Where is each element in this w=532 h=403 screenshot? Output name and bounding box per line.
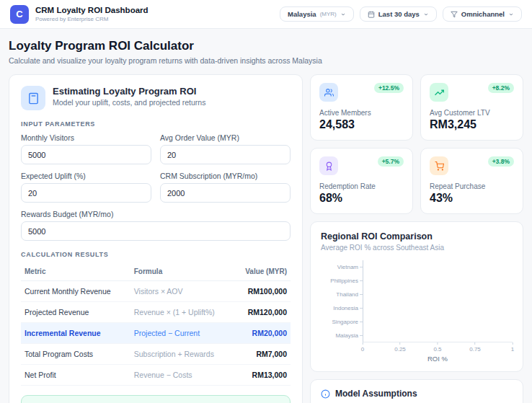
x-tick-label: 0.25 [394, 342, 406, 353]
row-value: RM100,000 [234, 281, 291, 302]
users-icon [319, 83, 338, 102]
calendar-icon [368, 11, 375, 18]
field-rewards-budget: Rewards Budget (MYR/mo) [21, 210, 291, 241]
app-title: CRM Loyalty ROI Dashboard [35, 6, 148, 16]
expected-uplift-label: Expected Uplift (%) [21, 172, 151, 180]
top-bar: C CRM Loyalty ROI Dashboard Powered by E… [0, 0, 532, 29]
channel-filter-selector[interactable]: Omnichannel [443, 6, 522, 22]
rewards-budget-input[interactable] [21, 221, 291, 241]
stat-value: 43% [430, 192, 514, 205]
results-header-row: Metric Formula Value (MYR) [21, 264, 291, 281]
regional-roi-chart-card: Regional ROI Comparison Average ROI % ac… [310, 221, 523, 372]
x-tick-label: 0.75 [469, 342, 481, 353]
monthly-visitors-input[interactable] [21, 145, 151, 164]
bar-chart: Vietnam Philippines Thailand Indonesia S… [321, 260, 513, 363]
shopping-cart-icon [430, 156, 448, 175]
logo-letter: C [16, 9, 22, 19]
chart-subtitle: Average ROI % across Southeast Asia [321, 244, 513, 252]
award-icon [319, 156, 338, 175]
region-currency: (MYR) [320, 11, 337, 17]
chart-title: Regional ROI Comparison [321, 231, 513, 242]
row-formula: Revenue − Costs [130, 365, 234, 386]
delta-badge: +8.2% [488, 83, 514, 93]
delta-badge: +12.5% [374, 83, 404, 93]
trending-up-icon [430, 83, 448, 102]
table-row: Current Monthly Revenue Visitors × AOV R… [21, 281, 291, 302]
crm-subscription-label: CRM Subscription (MYR/mo) [160, 172, 291, 180]
region-selector[interactable]: Malaysia (MYR) [280, 6, 354, 22]
row-metric: Current Monthly Revenue [21, 281, 130, 302]
chevron-down-icon [508, 12, 514, 17]
row-metric: Total Program Costs [21, 344, 130, 365]
crm-subscription-input[interactable] [160, 183, 291, 203]
region-label: Malaysia [288, 10, 316, 18]
x-tick-label: 0.5 [433, 342, 441, 353]
calculator-subtitle: Model your uplift, costs, and projected … [53, 98, 205, 107]
row-metric: Incremental Revenue [21, 323, 130, 344]
row-formula: Revenue × (1 + Uplift%) [130, 302, 234, 323]
stat-label: Avg Customer LTV [430, 109, 514, 117]
chart-x-axis: 0 0.25 0.5 0.75 1 [363, 342, 513, 354]
x-tick-label: 1 [511, 342, 514, 353]
calculator-header: Estimating Loyalty Program ROI Model you… [21, 86, 291, 110]
rewards-budget-label: Rewards Budget (MYR/mo) [21, 210, 291, 218]
avg-order-value-input[interactable] [160, 145, 291, 164]
date-range-selector[interactable]: Last 30 days [360, 6, 437, 22]
delta-badge: +5.7% [378, 156, 404, 167]
page-title: Loyalty Program ROI Calculator [9, 39, 523, 53]
table-row: Total Program Costs Subscription + Rewar… [21, 344, 291, 365]
results-table: Metric Formula Value (MYR) Current Month… [21, 264, 291, 386]
table-row-highlighted: Incremental Revenue Projected − Current … [21, 323, 291, 344]
filter-icon [451, 11, 458, 18]
model-assumptions-card: Model Assumptions •Member engagement rem… [310, 379, 523, 403]
chart-x-axis-title: ROI % [363, 355, 513, 363]
date-range-label: Last 30 days [378, 10, 420, 18]
delta-badge: +3.8% [488, 156, 514, 167]
avg-order-value-label: Avg Order Value (MYR) [160, 133, 291, 142]
field-expected-uplift: Expected Uplift (%) [21, 172, 151, 203]
x-tick-label: 0 [361, 342, 364, 353]
stat-value: RM3,245 [430, 118, 514, 131]
chevron-down-icon [423, 12, 429, 17]
table-row: Projected Revenue Revenue × (1 + Uplift%… [21, 302, 291, 323]
header-controls: Malaysia (MYR) Last 30 days Omnichannel [280, 6, 522, 22]
expected-uplift-input[interactable] [21, 183, 151, 203]
stat-value: 24,583 [319, 118, 404, 131]
info-icon [321, 389, 330, 399]
col-value: Value (MYR) [234, 264, 291, 281]
row-value: RM7,000 [234, 344, 291, 365]
right-column: +12.5% Active Members 24,583 +8.2% Avg C… [310, 74, 523, 403]
chevron-down-icon [340, 12, 346, 17]
row-metric: Projected Revenue [21, 302, 130, 323]
stat-label: Active Members [319, 109, 404, 117]
row-metric: Net Profit [21, 365, 130, 386]
stat-label: Repeat Purchase [430, 182, 514, 190]
row-value: RM13,000 [234, 365, 291, 386]
stat-cards: +12.5% Active Members 24,583 +8.2% Avg C… [310, 74, 523, 214]
y-tick-label: Vietnam [321, 260, 363, 274]
input-parameters-label: INPUT PARAMETERS [21, 120, 291, 128]
col-formula: Formula [130, 264, 234, 281]
row-value: RM120,000 [234, 302, 291, 323]
input-parameters: Monthly Visitors Avg Order Value (MYR) E… [21, 133, 291, 241]
calculator-title: Estimating Loyalty Program ROI [53, 86, 205, 97]
stat-value: 68% [319, 192, 404, 205]
monthly-visitors-label: Monthly Visitors [21, 133, 151, 142]
assumptions-title: Model Assumptions [335, 389, 417, 399]
col-metric: Metric [21, 264, 130, 281]
y-tick-label: Singapore [321, 315, 363, 329]
field-avg-order-value: Avg Order Value (MYR) [160, 133, 291, 164]
page-subtitle: Calculate and visualize your loyalty pro… [9, 56, 523, 65]
y-tick-label: Thailand [321, 288, 363, 301]
stat-card-avg-customer-ltv: +8.2% Avg Customer LTV RM3,245 [420, 74, 523, 141]
roi-calculator-card: Estimating Loyalty Program ROI Model you… [9, 74, 303, 403]
y-tick-label: Philippines [321, 274, 363, 288]
calculator-icon [21, 86, 45, 110]
row-value: RM20,000 [234, 323, 291, 344]
stat-card-active-members: +12.5% Active Members 24,583 [310, 74, 413, 141]
stat-card-redemption-rate: +5.7% Redemption Rate 68% [310, 148, 413, 214]
field-monthly-visitors: Monthly Visitors [21, 133, 151, 164]
stat-label: Redemption Rate [319, 182, 404, 190]
chart-plot-area [363, 260, 513, 342]
stat-card-repeat-purchase: +3.8% Repeat Purchase 43% [420, 148, 523, 214]
